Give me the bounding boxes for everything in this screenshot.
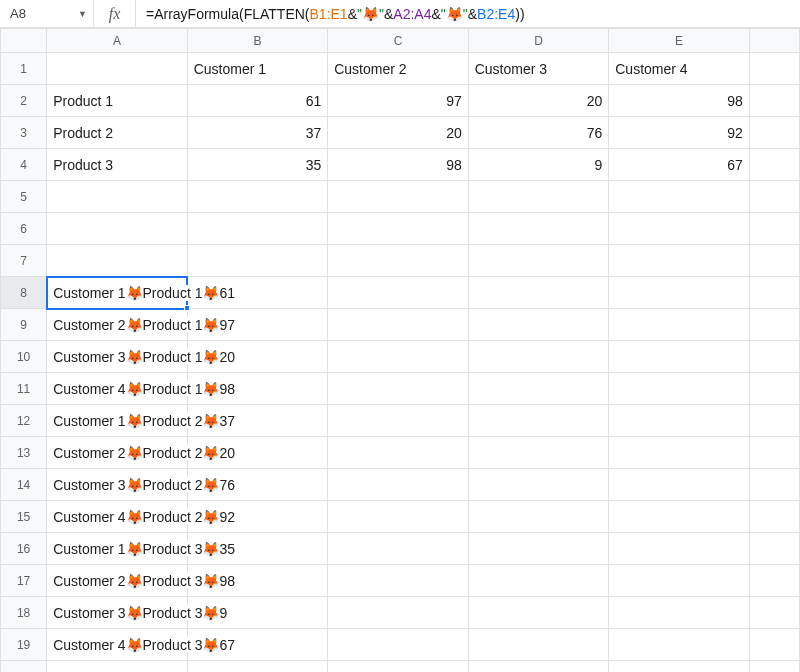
fill-handle[interactable] [184, 305, 190, 311]
cell-X7[interactable] [749, 245, 799, 277]
cell-E14[interactable] [609, 469, 750, 501]
cell-D20[interactable] [468, 661, 609, 673]
cell-A2[interactable]: Product 1 [47, 85, 188, 117]
cell-D13[interactable] [468, 437, 609, 469]
cell-D15[interactable] [468, 501, 609, 533]
row-header-10[interactable]: 10 [1, 341, 47, 373]
cell-A19[interactable]: Customer 4🦊Product 3🦊67 [47, 629, 188, 661]
cell-C17[interactable] [328, 565, 469, 597]
cell-B3[interactable]: 37 [187, 117, 328, 149]
cell-E12[interactable] [609, 405, 750, 437]
cell-D4[interactable]: 9 [468, 149, 609, 181]
cell-E7[interactable] [609, 245, 750, 277]
cell-X4[interactable] [749, 149, 799, 181]
cell-D17[interactable] [468, 565, 609, 597]
cell-D9[interactable] [468, 309, 609, 341]
cell-X11[interactable] [749, 373, 799, 405]
cell-C19[interactable] [328, 629, 469, 661]
cell-D5[interactable] [468, 181, 609, 213]
cell-X16[interactable] [749, 533, 799, 565]
cell-E6[interactable] [609, 213, 750, 245]
cell-C13[interactable] [328, 437, 469, 469]
cell-C10[interactable] [328, 341, 469, 373]
cell-B5[interactable] [187, 181, 328, 213]
cell-E15[interactable] [609, 501, 750, 533]
row-header-7[interactable]: 7 [1, 245, 47, 277]
cell-A10[interactable]: Customer 3🦊Product 1🦊20 [47, 341, 188, 373]
cell-B2[interactable]: 61 [187, 85, 328, 117]
cell-D6[interactable] [468, 213, 609, 245]
column-header-C[interactable]: C [328, 29, 469, 53]
cell-E10[interactable] [609, 341, 750, 373]
cell-E19[interactable] [609, 629, 750, 661]
cell-X9[interactable] [749, 309, 799, 341]
cell-X15[interactable] [749, 501, 799, 533]
cell-A12[interactable]: Customer 1🦊Product 2🦊37 [47, 405, 188, 437]
cell-X13[interactable] [749, 437, 799, 469]
cell-A8[interactable]: Customer 1🦊Product 1🦊61 [47, 277, 188, 309]
cell-B7[interactable] [187, 245, 328, 277]
cell-E18[interactable] [609, 597, 750, 629]
cell-C7[interactable] [328, 245, 469, 277]
cell-B1[interactable]: Customer 1 [187, 53, 328, 85]
cell-A11[interactable]: Customer 4🦊Product 1🦊98 [47, 373, 188, 405]
cell-X10[interactable] [749, 341, 799, 373]
cell-C15[interactable] [328, 501, 469, 533]
cell-E1[interactable]: Customer 4 [609, 53, 750, 85]
cell-E16[interactable] [609, 533, 750, 565]
row-header-18[interactable]: 18 [1, 597, 47, 629]
cell-D19[interactable] [468, 629, 609, 661]
cell-E4[interactable]: 67 [609, 149, 750, 181]
cell-X8[interactable] [749, 277, 799, 309]
row-header-16[interactable]: 16 [1, 533, 47, 565]
cell-D11[interactable] [468, 373, 609, 405]
row-header-19[interactable]: 19 [1, 629, 47, 661]
cell-E20[interactable] [609, 661, 750, 673]
name-box[interactable]: A8 ▼ [0, 0, 94, 27]
cell-E8[interactable] [609, 277, 750, 309]
cell-E5[interactable] [609, 181, 750, 213]
cell-X3[interactable] [749, 117, 799, 149]
cell-A17[interactable]: Customer 2🦊Product 3🦊98 [47, 565, 188, 597]
cell-D16[interactable] [468, 533, 609, 565]
cell-C8[interactable] [328, 277, 469, 309]
cell-A7[interactable] [47, 245, 188, 277]
row-header-15[interactable]: 15 [1, 501, 47, 533]
row-header-9[interactable]: 9 [1, 309, 47, 341]
cell-X17[interactable] [749, 565, 799, 597]
row-header-6[interactable]: 6 [1, 213, 47, 245]
cell-D3[interactable]: 76 [468, 117, 609, 149]
cell-A9[interactable]: Customer 2🦊Product 1🦊97 [47, 309, 188, 341]
cell-C16[interactable] [328, 533, 469, 565]
row-header-17[interactable]: 17 [1, 565, 47, 597]
cell-C18[interactable] [328, 597, 469, 629]
cell-C20[interactable] [328, 661, 469, 673]
cell-E13[interactable] [609, 437, 750, 469]
cell-D12[interactable] [468, 405, 609, 437]
cell-C5[interactable] [328, 181, 469, 213]
row-header-4[interactable]: 4 [1, 149, 47, 181]
cell-X2[interactable] [749, 85, 799, 117]
cell-C9[interactable] [328, 309, 469, 341]
row-header-14[interactable]: 14 [1, 469, 47, 501]
cell-D2[interactable]: 20 [468, 85, 609, 117]
cell-D1[interactable]: Customer 3 [468, 53, 609, 85]
row-header-13[interactable]: 13 [1, 437, 47, 469]
cell-D18[interactable] [468, 597, 609, 629]
cell-X6[interactable] [749, 213, 799, 245]
cell-A20[interactable] [47, 661, 188, 673]
row-header-20[interactable]: 20 [1, 661, 47, 673]
cell-D14[interactable] [468, 469, 609, 501]
cell-C2[interactable]: 97 [328, 85, 469, 117]
cell-C1[interactable]: Customer 2 [328, 53, 469, 85]
cell-B20[interactable] [187, 661, 328, 673]
cell-A4[interactable]: Product 3 [47, 149, 188, 181]
cell-A5[interactable] [47, 181, 188, 213]
column-header-D[interactable]: D [468, 29, 609, 53]
row-header-12[interactable]: 12 [1, 405, 47, 437]
cell-A13[interactable]: Customer 2🦊Product 2🦊20 [47, 437, 188, 469]
cell-C4[interactable]: 98 [328, 149, 469, 181]
column-header-B[interactable]: B [187, 29, 328, 53]
cell-E2[interactable]: 98 [609, 85, 750, 117]
cell-X14[interactable] [749, 469, 799, 501]
